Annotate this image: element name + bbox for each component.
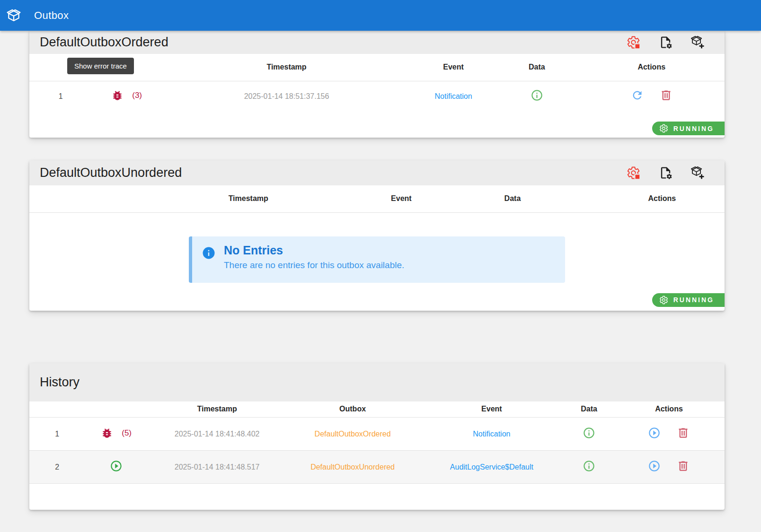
column-data: Data <box>565 401 613 418</box>
status-label: RUNNING <box>673 125 714 132</box>
card-header-actions <box>626 166 705 180</box>
error-trace-button[interactable]: (5) <box>101 427 132 439</box>
card-title: History <box>40 375 80 390</box>
column-spacer <box>29 185 120 212</box>
main-content: DefaultOutboxOrdered <box>0 31 761 510</box>
history-table: Timestamp Outbox Event Data Actions 1 ( <box>29 401 725 484</box>
column-event: Event <box>377 185 425 212</box>
row-index: 1 <box>59 92 63 100</box>
gear-icon <box>659 124 668 133</box>
status-badge: RUNNING <box>652 122 725 135</box>
table-row: 1 (3) 2025-01-14 18:51:37.156 Notificati… <box>29 81 725 112</box>
replay-icon[interactable] <box>648 427 661 439</box>
column-actions: Actions <box>600 185 725 212</box>
app-bar: Outbox <box>0 0 761 31</box>
outbox-card-ordered: DefaultOutboxOrdered <box>29 31 725 138</box>
event-link[interactable]: Notification <box>473 430 510 438</box>
file-cog-icon[interactable] <box>658 166 673 180</box>
alert-title: No Entries <box>224 244 404 257</box>
row-timestamp: 2025-01-14 18:41:48.517 <box>148 451 287 484</box>
bug-icon <box>101 427 113 439</box>
add-package-icon[interactable] <box>690 166 705 180</box>
table-header-row: Timestamp Outbox Event Data Actions <box>29 401 725 418</box>
outbox-name: DefaultOutboxOrdered <box>315 430 391 438</box>
column-spacer <box>29 401 85 418</box>
info-icon <box>202 246 216 260</box>
retry-icon[interactable] <box>631 89 644 102</box>
event-link[interactable]: Notification <box>434 92 472 100</box>
column-data: Data <box>425 185 599 212</box>
info-icon[interactable] <box>531 89 543 102</box>
outbox-card-unordered: DefaultOutboxUnordered <box>29 160 725 311</box>
column-actions: Actions <box>613 401 725 418</box>
column-timestamp: Timestamp <box>120 185 377 212</box>
info-icon[interactable] <box>583 427 595 439</box>
app-title: Outbox <box>34 9 69 22</box>
success-play-icon <box>110 460 123 472</box>
card-title: DefaultOutboxOrdered <box>40 35 168 50</box>
event-link[interactable]: AuditLogService$Default <box>450 463 533 471</box>
row-index: 2 <box>55 463 59 471</box>
delete-icon[interactable] <box>677 460 690 472</box>
card-header: History <box>29 363 725 401</box>
delete-icon[interactable] <box>677 427 690 439</box>
card-header: DefaultOutboxOrdered <box>29 31 725 54</box>
badge-zone: RUNNING <box>29 112 725 138</box>
card-title: DefaultOutboxUnordered <box>40 166 182 180</box>
replay-icon[interactable] <box>648 460 661 472</box>
row-timestamp: 2025-01-14 18:41:48.402 <box>148 418 287 451</box>
alert-message: There are no entries for this outbox ava… <box>224 260 404 270</box>
empty-state-wrap: No Entries There are no entries for this… <box>29 213 725 311</box>
card-header-actions <box>626 35 705 50</box>
bug-icon <box>111 89 124 102</box>
column-timestamp: Timestamp <box>148 401 287 418</box>
row-index: 1 <box>55 430 59 438</box>
table-header-row: Timestamp Event Data Actions <box>29 185 725 212</box>
error-count: (5) <box>122 428 132 438</box>
card-header: DefaultOutboxUnordered <box>29 160 725 185</box>
column-data: Data <box>495 54 578 81</box>
column-timestamp: Timestamp <box>161 54 412 81</box>
status-label: RUNNING <box>673 296 714 304</box>
column-actions: Actions <box>578 54 725 81</box>
delete-icon[interactable] <box>660 89 673 102</box>
file-cog-icon[interactable] <box>658 35 673 50</box>
outbox-name: DefaultOutboxUnordered <box>310 463 395 471</box>
gear-icon <box>659 296 668 305</box>
history-row: 2 2025-01-14 18:41:48.517 DefaultOutboxU… <box>29 451 725 484</box>
info-icon[interactable] <box>583 460 595 472</box>
stop-service-icon[interactable] <box>626 35 640 50</box>
add-package-icon[interactable] <box>690 35 705 50</box>
error-trace-button[interactable]: (3) <box>111 89 142 102</box>
no-entries-alert: No Entries There are no entries for this… <box>189 236 565 283</box>
column-event: Event <box>412 54 495 81</box>
stop-service-icon[interactable] <box>626 166 640 180</box>
column-spacer <box>85 401 148 418</box>
history-row: 1 (5) 2025-01-14 18:41:48.402 DefaultOut… <box>29 418 725 451</box>
outbox-table: Timestamp Event Data Actions <box>29 185 725 213</box>
error-count: (3) <box>132 91 142 100</box>
column-event: Event <box>419 401 565 418</box>
status-badge: RUNNING <box>652 293 725 307</box>
package-icon <box>6 8 22 24</box>
history-card: History Timestamp Outbox Event Data Act <box>29 363 725 510</box>
column-outbox: Outbox <box>287 401 419 418</box>
tooltip: Show error trace <box>67 58 134 74</box>
page: Outbox DefaultOutboxOrdered <box>0 0 761 510</box>
row-timestamp: 2025-01-14 18:51:37.156 <box>161 81 412 112</box>
